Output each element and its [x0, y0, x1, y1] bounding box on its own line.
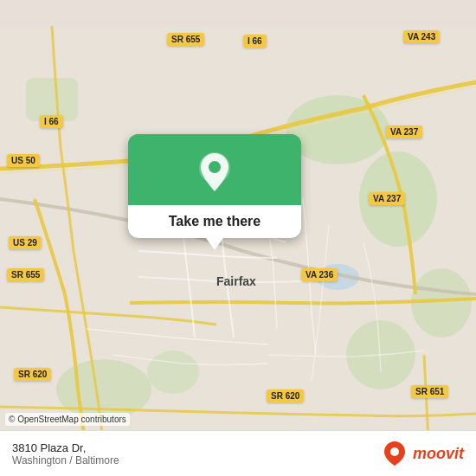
bottom-bar: 3810 Plaza Dr, Washington / Baltimore mo…	[0, 430, 476, 476]
osm-attribution: © OpenStreetMap contributors	[5, 413, 130, 426]
road-label-va237_ne: VA 237	[386, 125, 422, 138]
road-label-va236: VA 236	[301, 268, 338, 281]
map-container: Fairfax SR 655I 66I 66VA 243US 50VA 237V…	[0, 0, 476, 476]
road-label-sr651: SR 651	[411, 385, 448, 398]
address-section: 3810 Plaza Dr, Washington / Baltimore	[12, 441, 119, 466]
osm-text: © OpenStreetMap contributors	[9, 415, 126, 424]
road-label-sr620_w: SR 620	[14, 368, 51, 381]
road-label-sr655_n: SR 655	[167, 33, 204, 46]
address-text: 3810 Plaza Dr,	[12, 441, 119, 454]
moovit-logo: moovit	[383, 440, 464, 467]
location-pin-icon	[196, 150, 233, 195]
popup-top	[128, 134, 301, 205]
address-block: 3810 Plaza Dr, Washington / Baltimore	[12, 441, 119, 466]
road-label-i66_ne: I 66	[243, 35, 267, 48]
road-label-sr620_e: SR 620	[267, 389, 304, 402]
svg-point-11	[209, 161, 221, 173]
road-label-va237_se: VA 237	[369, 192, 405, 205]
road-label-us29: US 29	[9, 236, 42, 249]
take-me-there-label: Take me there	[169, 214, 261, 228]
road-label-va243: VA 243	[403, 30, 440, 43]
road-label-sr655_sw: SR 655	[7, 268, 44, 281]
road-labels-layer: SR 655I 66I 66VA 243US 50VA 237VA 237US …	[0, 0, 476, 476]
svg-point-12	[390, 447, 399, 456]
popup-card: Take me there	[128, 134, 301, 238]
location-subtitle: Washington / Baltimore	[12, 454, 119, 466]
road-label-us50: US 50	[7, 154, 40, 167]
moovit-brand-text: moovit	[413, 445, 464, 463]
road-label-i66_nw: I 66	[40, 115, 63, 128]
take-me-there-button[interactable]: Take me there	[128, 205, 301, 238]
moovit-pin-icon	[383, 440, 406, 467]
